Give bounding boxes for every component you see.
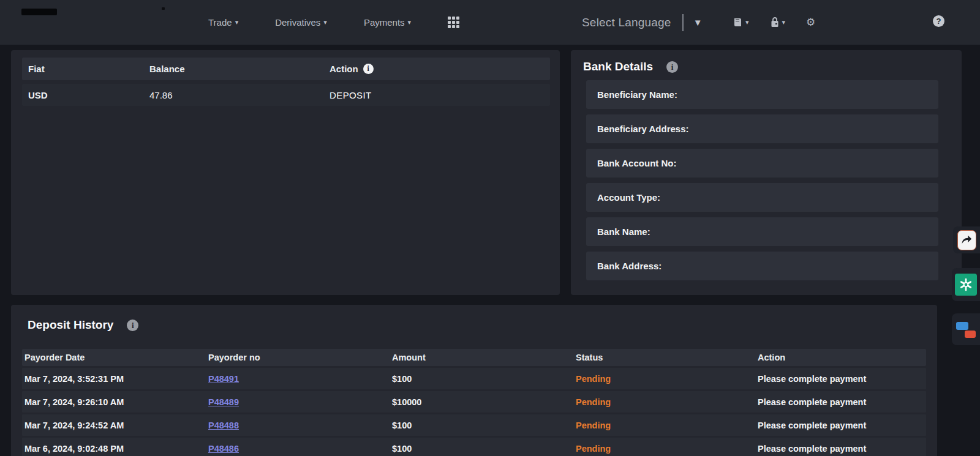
info-icon[interactable]: i xyxy=(127,320,138,331)
select-language-label[interactable]: Select Language xyxy=(582,16,671,29)
assistant-widget xyxy=(952,268,980,301)
divider xyxy=(682,14,684,31)
beneficiary-address-field: Beneficiary Address: xyxy=(586,114,938,143)
language-selector: Select Language ▼ xyxy=(582,0,702,45)
info-icon[interactable]: i xyxy=(363,64,374,74)
book-icon xyxy=(733,17,743,28)
amount: $100 xyxy=(392,374,576,384)
fiat-currency: USD xyxy=(28,90,149,100)
bank-address-field: Bank Address: xyxy=(586,252,938,280)
chevron-down-icon: ▾ xyxy=(408,18,412,26)
deposit-history-title: Deposit History i xyxy=(28,318,138,332)
action-text: Please complete payment xyxy=(758,420,926,430)
nav-payments-label: Payments xyxy=(364,17,405,28)
nav-payments-menu[interactable]: Payments ▾ xyxy=(364,17,411,28)
share-button[interactable] xyxy=(957,230,976,250)
payorder-link[interactable]: P48491 xyxy=(208,374,239,384)
amount: $100 xyxy=(392,420,576,430)
bank-details-panel: Bank Details i Beneficiary Name: Benefic… xyxy=(571,50,962,295)
fiat-balance-panel: Fiat Balance Action i USD 47.86 DEPOSIT xyxy=(11,50,560,295)
deposit-history-title-label: Deposit History xyxy=(28,318,113,332)
wallet-security-menu[interactable]: ▾ xyxy=(770,17,786,28)
balance-col-header: Balance xyxy=(149,64,330,74)
share-arrow-icon xyxy=(960,234,973,245)
chevron-down-icon: ▾ xyxy=(323,18,327,26)
payorder-no-header: Payorder no xyxy=(208,353,392,362)
action-header-label: Action xyxy=(330,64,358,74)
nav-trade-menu[interactable]: Trade ▾ xyxy=(208,17,238,28)
action-text: Please complete payment xyxy=(758,397,926,407)
bank-account-no-field: Bank Account No: xyxy=(586,149,938,178)
payorder-link[interactable]: P48486 xyxy=(208,444,239,454)
bank-name-field: Bank Name: xyxy=(586,217,938,246)
payorder-link[interactable]: P48489 xyxy=(208,397,239,407)
brand-logo[interactable] xyxy=(21,9,57,15)
table-row: Mar 7, 2024, 3:52:31 PM P48491 $100 Pend… xyxy=(22,368,926,389)
field-label: Bank Address: xyxy=(597,261,662,271)
nav-derivatives-label: Derivatives xyxy=(275,17,320,28)
payorder-date: Mar 7, 2024, 3:52:31 PM xyxy=(24,374,208,384)
action-text: Please complete payment xyxy=(758,444,926,454)
deposit-history-header: Payorder Date Payorder no Amount Status … xyxy=(22,349,926,366)
payorder-date: Mar 7, 2024, 9:26:10 AM xyxy=(24,397,208,407)
status-badge: Pending xyxy=(576,374,758,384)
red-bubble xyxy=(965,331,976,338)
status-header: Status xyxy=(576,353,758,362)
amount: $10000 xyxy=(392,397,576,407)
chevron-down-icon: ▾ xyxy=(235,18,239,26)
chat-widget xyxy=(952,313,980,345)
chatgpt-icon[interactable] xyxy=(955,274,977,296)
navbar-icon-group: ▾ ▾ ⚙ xyxy=(733,0,815,45)
fiat-col-header: Fiat xyxy=(28,64,149,74)
table-row: USD 47.86 DEPOSIT xyxy=(22,84,550,106)
field-label: Bank Name: xyxy=(597,226,650,237)
table-row: Mar 7, 2024, 9:26:10 AM P48489 $10000 Pe… xyxy=(22,391,926,413)
table-row: Mar 7, 2024, 9:24:52 AM P48488 $100 Pend… xyxy=(22,414,926,436)
translate-dropdown-icon[interactable]: ▼ xyxy=(693,17,703,28)
amount: $100 xyxy=(392,444,576,454)
nav-derivatives-menu[interactable]: Derivatives ▾ xyxy=(275,17,327,28)
field-label: Beneficiary Name: xyxy=(597,89,677,100)
knot-glyph xyxy=(959,277,973,292)
chat-bubbles-icon[interactable] xyxy=(956,321,976,338)
payorder-date-header: Payorder Date xyxy=(24,353,208,362)
table-row: Mar 6, 2024, 9:02:48 PM P48486 $100 Pend… xyxy=(22,438,926,456)
share-widget xyxy=(953,226,980,253)
chevron-down-icon: ▾ xyxy=(745,18,749,26)
beneficiary-name-field: Beneficiary Name: xyxy=(586,80,938,109)
payorder-date: Mar 6, 2024, 9:02:48 PM xyxy=(24,444,208,454)
field-label: Beneficiary Address: xyxy=(597,124,689,134)
field-label: Bank Account No: xyxy=(597,158,676,168)
apps-grid-icon[interactable] xyxy=(448,17,459,28)
fiat-balance-value: 47.86 xyxy=(149,90,330,100)
bank-details-title-label: Bank Details xyxy=(583,60,653,73)
orders-book-menu[interactable]: ▾ xyxy=(733,17,749,28)
action-header: Action xyxy=(758,353,926,362)
action-text: Please complete payment xyxy=(758,374,926,384)
field-label: Account Type: xyxy=(597,192,660,203)
main-nav: Trade ▾ Derivatives ▾ Payments ▾ xyxy=(208,0,459,45)
fiat-table-header: Fiat Balance Action i xyxy=(22,58,550,80)
payorder-link[interactable]: P48488 xyxy=(208,420,239,430)
action-col-header: Action i xyxy=(330,64,550,74)
chevron-down-icon: ▾ xyxy=(782,18,786,26)
bank-details-title: Bank Details i xyxy=(583,60,678,73)
info-icon[interactable]: i xyxy=(666,61,678,73)
deposit-button[interactable]: DEPOSIT xyxy=(330,90,372,100)
status-badge: Pending xyxy=(576,444,758,454)
status-badge: Pending xyxy=(576,420,758,430)
top-navbar: Trade ▾ Derivatives ▾ Payments ▾ Select … xyxy=(0,0,980,45)
blue-bubble xyxy=(956,322,968,330)
gear-icon[interactable]: ⚙ xyxy=(806,16,815,29)
help-icon[interactable]: ? xyxy=(933,15,944,27)
amount-header: Amount xyxy=(392,353,576,362)
logo-mark xyxy=(162,7,165,10)
payorder-date: Mar 7, 2024, 9:24:52 AM xyxy=(24,420,208,430)
nav-trade-label: Trade xyxy=(208,17,232,28)
deposit-history-rows: Mar 7, 2024, 3:52:31 PM P48491 $100 Pend… xyxy=(22,368,926,456)
status-badge: Pending xyxy=(576,397,758,407)
account-type-field: Account Type: xyxy=(586,183,938,212)
lock-icon xyxy=(770,17,780,28)
deposit-history-panel: Deposit History i Payorder Date Payorder… xyxy=(11,305,937,456)
